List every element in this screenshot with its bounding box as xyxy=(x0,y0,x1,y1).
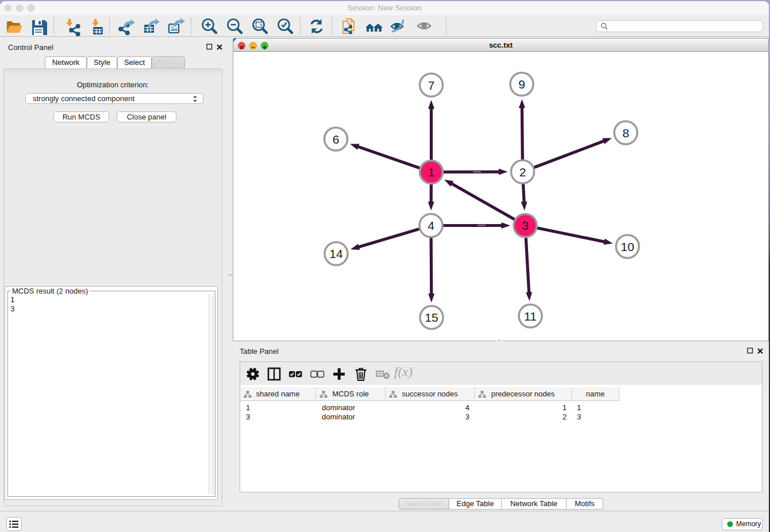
svg-text:1: 1 xyxy=(428,165,435,179)
svg-text:15: 15 xyxy=(425,311,438,324)
svg-text:7: 7 xyxy=(428,79,435,92)
svg-text:9: 9 xyxy=(518,78,525,91)
svg-text:10: 10 xyxy=(621,240,634,253)
svg-text:4: 4 xyxy=(428,219,434,232)
svg-text:3: 3 xyxy=(522,219,529,232)
svg-text:6: 6 xyxy=(333,133,340,146)
svg-text:11: 11 xyxy=(524,310,537,323)
svg-text:8: 8 xyxy=(622,126,629,140)
svg-text:2: 2 xyxy=(519,165,526,179)
svg-text:14: 14 xyxy=(329,247,343,260)
